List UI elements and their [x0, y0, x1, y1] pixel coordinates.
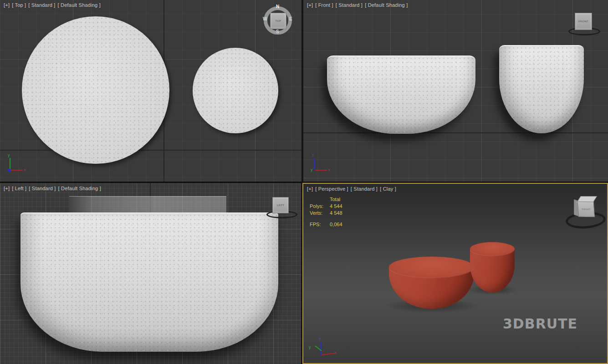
compass-south-label[interactable]: S	[276, 29, 279, 34]
viewport-top-menu: [+][ Top ][ Standard ][ Default Shading …	[4, 2, 103, 8]
axis-tripod-front: z y x	[309, 155, 331, 177]
statistics-overlay: Total Polys: 4 544 Verts: 4 548 FPS: 0,0…	[310, 197, 342, 227]
x-axis-line	[322, 353, 334, 355]
bowl-large-top-view[interactable]	[22, 16, 169, 164]
axis-tripod-perspective: z y x	[310, 339, 332, 361]
viewport-shading-menu[interactable]: [ Clay ]	[380, 186, 396, 192]
y-axis-line	[10, 158, 10, 170]
viewcube-front-face[interactable]: FRONT	[575, 13, 592, 30]
viewport-pov-menu[interactable]: [ Perspective ]	[315, 186, 348, 192]
bowl-inner-wall[interactable]	[69, 196, 226, 214]
y-axis-label: y	[8, 153, 10, 157]
viewport-renderer-menu[interactable]: [ Standard ]	[351, 186, 378, 192]
viewport-renderer-menu[interactable]: [ Standard ]	[336, 2, 363, 8]
viewcube-top-face[interactable]: TOP	[270, 13, 286, 29]
z-axis-line	[314, 158, 315, 170]
viewport-shading-menu[interactable]: [ Default Shading ]	[365, 2, 408, 8]
ground-plane-line	[303, 132, 608, 133]
viewcube-left-face[interactable]: LEFT	[272, 197, 289, 213]
viewport-general-menu[interactable]: [+]	[307, 186, 313, 192]
x-axis-label: x	[24, 167, 26, 172]
viewport-pov-menu[interactable]: [ Left ]	[12, 186, 26, 191]
y-axis-label: y	[311, 167, 313, 172]
viewport-pov-menu[interactable]: [ Front ]	[315, 2, 333, 8]
viewport-general-menu[interactable]: [+]	[4, 2, 10, 8]
bowl-large-front-view[interactable]	[327, 56, 475, 134]
z-axis-label: z	[312, 153, 314, 157]
viewport-top[interactable]: [+][ Top ][ Standard ][ Default Shading …	[0, 0, 301, 182]
world-origin-x-axis-line	[0, 150, 301, 151]
viewport-front-menu: [+][ Front ][ Standard ][ Default Shadin…	[307, 2, 410, 8]
viewport-left-menu: [+][ Left ][ Standard ][ Default Shading…	[4, 186, 103, 191]
stats-polys-value: 4 544	[330, 203, 342, 209]
viewport-layout: [+][ Top ][ Standard ][ Default Shading …	[0, 0, 608, 364]
x-axis-label: x	[334, 350, 337, 355]
stats-verts-value: 4 548	[330, 210, 342, 216]
stats-fps-value: 0,064	[330, 222, 342, 227]
viewport-left[interactable]: [+][ Left ][ Standard ][ Default Shading…	[0, 183, 301, 364]
compass-north-label[interactable]: N	[276, 4, 279, 9]
compass-east-label[interactable]: E	[289, 16, 292, 21]
x-axis-line	[11, 170, 23, 171]
viewport-renderer-menu[interactable]: [ Standard ]	[28, 2, 55, 8]
viewport-general-menu[interactable]: [+]	[307, 2, 313, 8]
z-axis-line	[321, 342, 322, 355]
viewcube-compass[interactable]: N E S W TOP	[263, 5, 293, 35]
viewport-perspective[interactable]: [+][ Perspective ][ Standard ][ Clay ] T…	[302, 183, 608, 364]
viewport-shading-menu[interactable]: [ Default Shading ]	[58, 186, 101, 191]
viewport-renderer-menu[interactable]: [ Standard ]	[29, 186, 56, 191]
stats-spacer	[310, 197, 330, 202]
axis-tripod-top: y x	[5, 155, 26, 177]
bowl-large-left-view[interactable]	[20, 212, 278, 352]
bowl-large-rim[interactable]	[389, 257, 474, 278]
bowl-small-top-view[interactable]	[193, 48, 278, 133]
bowl-small-rim[interactable]	[470, 242, 515, 256]
bowl-small-front-view[interactable]	[499, 45, 584, 133]
compass-west-label[interactable]: W	[263, 16, 267, 21]
stats-polys-label: Polys:	[310, 203, 330, 209]
stats-total-header: Total	[330, 197, 342, 202]
viewport-perspective-menu: [+][ Perspective ][ Standard ][ Clay ]	[307, 186, 399, 192]
stats-verts-label: Verts:	[310, 210, 330, 216]
viewport-front[interactable]: [+][ Front ][ Standard ][ Default Shadin…	[303, 0, 608, 182]
y-axis-label: y	[309, 345, 311, 349]
viewport-shading-menu[interactable]: [ Default Shading ]	[58, 2, 101, 8]
viewport-pov-menu[interactable]: [ Top ]	[12, 2, 26, 8]
viewcube-3d[interactable]: FRONT	[565, 195, 606, 227]
z-axis-label: z	[319, 337, 321, 341]
viewport-general-menu[interactable]: [+]	[4, 186, 10, 191]
watermark-logo: 3DBRUTE	[503, 316, 577, 332]
x-axis-line	[315, 170, 327, 171]
x-axis-label: x	[328, 167, 330, 172]
viewcube-front-face[interactable]: FRONT	[577, 202, 595, 217]
stats-fps-label: FPS:	[310, 222, 330, 227]
